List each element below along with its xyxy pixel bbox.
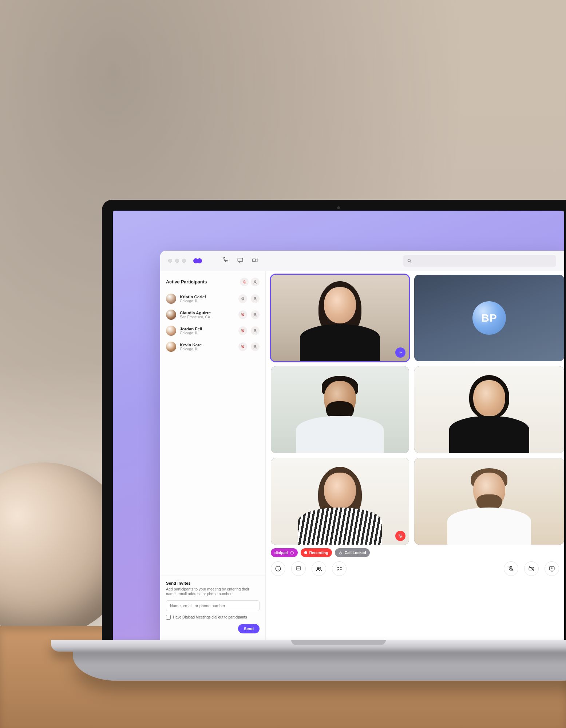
control-bar <box>266 559 564 576</box>
participant-name: Claudia Aguirre <box>180 311 235 315</box>
participant-row[interactable]: Kristin Carlel Chicago, IL <box>166 291 260 307</box>
mic-off-icon[interactable] <box>238 326 247 335</box>
svg-rect-5 <box>242 297 244 299</box>
avatar <box>166 326 176 336</box>
window-controls[interactable] <box>168 259 186 263</box>
status-row: dialpad Recording Call Locked <box>266 545 564 559</box>
video-tile[interactable] <box>414 458 564 545</box>
ai-icon <box>290 551 294 555</box>
mic-on-icon[interactable] <box>238 294 247 303</box>
app-window: Active Participants <box>160 251 564 640</box>
participant-list: Kristin Carlel Chicago, IL <box>160 291 265 355</box>
mute-all-button[interactable] <box>240 278 249 286</box>
traffic-close[interactable] <box>168 259 172 263</box>
participant-name: Kevin Kare <box>180 343 235 347</box>
participant-location: San Francisco, CA <box>180 315 235 319</box>
traffic-min[interactable] <box>175 259 179 263</box>
mic-off-icon[interactable] <box>238 310 247 319</box>
avatar <box>166 310 176 320</box>
speaking-icon <box>395 347 405 358</box>
svg-point-12 <box>254 345 256 347</box>
record-dot-icon <box>304 551 307 554</box>
chat-button[interactable] <box>291 561 306 576</box>
lock-icon <box>339 551 343 555</box>
svg-rect-17 <box>296 567 301 570</box>
sidebar: Active Participants <box>160 271 266 640</box>
svg-point-14 <box>290 551 293 554</box>
mic-off-icon[interactable] <box>238 342 247 351</box>
people-button[interactable] <box>312 561 326 576</box>
invites-desc: Add participants to your meeting by ente… <box>166 587 260 597</box>
tasks-button[interactable] <box>332 561 347 576</box>
dialout-label: Have Dialpad Meetings dial out to partic… <box>173 615 247 619</box>
svg-point-18 <box>317 567 319 569</box>
share-screen-button[interactable] <box>545 561 559 576</box>
participant-row[interactable]: Claudia Aguirre San Francisco, CA <box>166 307 260 323</box>
avatar <box>166 342 176 352</box>
meeting-main: BP <box>266 271 564 640</box>
invites-panel: Send invites Add participants to your me… <box>160 576 265 640</box>
participant-location: Chicago, IL <box>180 331 235 335</box>
participant-name: Jordan Fell <box>180 327 235 331</box>
phone-icon[interactable] <box>222 257 229 265</box>
participant-menu-icon[interactable] <box>251 310 260 319</box>
video-grid: BP <box>266 275 564 545</box>
participant-location: Chicago, IL <box>180 347 235 351</box>
video-tile[interactable] <box>271 366 409 453</box>
video-tile-initials[interactable]: BP <box>414 275 564 361</box>
titlebar <box>160 251 564 271</box>
video-tile-speaker[interactable] <box>271 275 409 361</box>
info-button[interactable] <box>271 561 285 576</box>
muted-icon <box>395 531 405 541</box>
invites-title: Send invites <box>166 581 260 585</box>
participant-menu-icon[interactable] <box>251 342 260 351</box>
brand-logo <box>193 258 203 264</box>
video-tile[interactable] <box>271 458 409 545</box>
search-input[interactable] <box>403 255 556 267</box>
recording-chip[interactable]: Recording <box>301 548 332 557</box>
dialout-checkbox[interactable] <box>166 615 171 620</box>
participant-location: Chicago, IL <box>180 299 235 303</box>
svg-point-8 <box>254 313 256 315</box>
svg-rect-15 <box>339 553 341 554</box>
participant-menu-icon[interactable] <box>251 294 260 303</box>
participant-menu-icon[interactable] <box>251 326 260 335</box>
laptop: Active Participants <box>102 200 566 681</box>
participant-row[interactable]: Kevin Kare Chicago, IL <box>166 339 260 355</box>
avatar <box>166 294 176 304</box>
chat-icon[interactable] <box>237 257 244 265</box>
search-icon <box>407 258 412 263</box>
participant-name: Kristin Carlel <box>180 295 235 299</box>
participant-row[interactable]: Jordan Fell Chicago, IL <box>166 323 260 339</box>
svg-rect-1 <box>252 259 256 262</box>
add-participant-button[interactable] <box>251 278 260 286</box>
locked-chip[interactable]: Call Locked <box>335 548 370 557</box>
video-tile[interactable] <box>414 366 564 453</box>
svg-point-2 <box>408 259 410 262</box>
avatar-initials: BP <box>472 301 506 335</box>
brand-chip[interactable]: dialpad <box>271 548 298 557</box>
svg-point-10 <box>254 329 256 331</box>
send-button[interactable]: Send <box>238 624 260 633</box>
svg-point-19 <box>320 568 321 569</box>
mic-toggle-button[interactable] <box>504 561 518 576</box>
traffic-max[interactable] <box>182 259 186 263</box>
svg-rect-0 <box>238 258 243 261</box>
camera-toggle-button[interactable] <box>524 561 539 576</box>
svg-point-6 <box>254 297 256 299</box>
video-icon[interactable] <box>252 257 258 265</box>
svg-point-4 <box>254 281 256 282</box>
participants-title: Active Participants <box>166 279 207 285</box>
invite-input[interactable] <box>166 600 260 611</box>
